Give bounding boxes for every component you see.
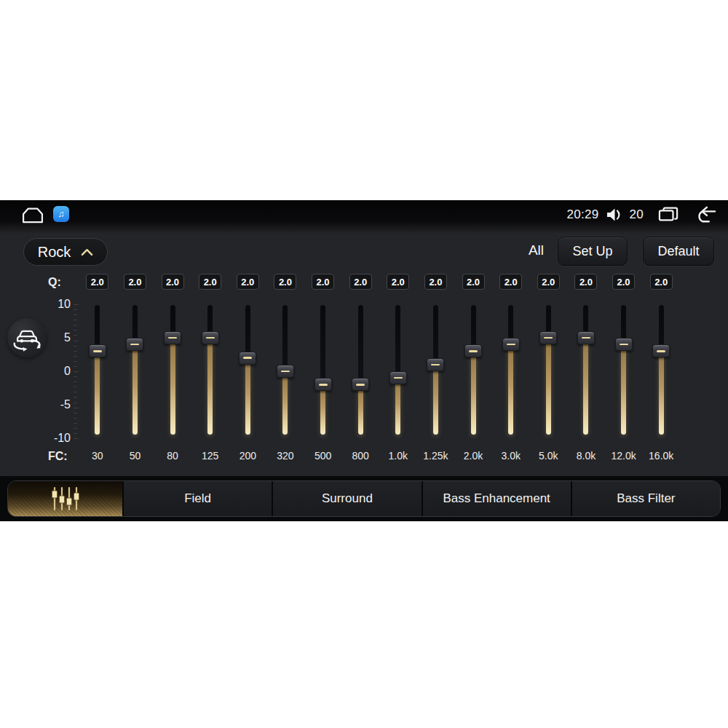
slider-fill-320 <box>282 371 288 435</box>
q-value-row: 2.02.02.02.02.02.02.02.02.02.02.02.02.02… <box>79 273 680 290</box>
slider-handle-dash <box>93 350 102 352</box>
fc-row-label: FC: <box>48 450 68 463</box>
q-value-16.0k[interactable]: 2.0 <box>650 274 673 290</box>
tab-surround[interactable]: Surround <box>272 481 421 516</box>
q-cell: 2.0 <box>116 273 154 290</box>
q-value-200[interactable]: 2.0 <box>237 274 259 290</box>
q-cell: 2.0 <box>454 273 492 290</box>
q-value-3.0k[interactable]: 2.0 <box>499 274 522 290</box>
slider-handle-5.0k[interactable] <box>539 331 557 344</box>
clock: 20:29 <box>566 207 598 222</box>
axis-tick <box>74 366 77 367</box>
tab-bass-filter[interactable]: Bass Filter <box>571 481 720 516</box>
q-cell: 2.0 <box>341 273 379 290</box>
equalizer-icon <box>49 486 82 512</box>
slider-handle-800[interactable] <box>352 378 369 391</box>
slider-handle-12.0k[interactable] <box>615 338 633 351</box>
slider-handle-500[interactable] <box>314 378 332 391</box>
slider-fill-50 <box>132 344 138 435</box>
tab-label-bass-filter: Bass Filter <box>617 491 675 506</box>
q-value-30[interactable]: 2.0 <box>86 274 108 290</box>
tab-label-field: Field <box>184 491 211 506</box>
q-cell: 2.0 <box>191 273 229 290</box>
slider-handle-1.0k[interactable] <box>389 371 407 384</box>
slider-handle-1.25k[interactable] <box>427 358 444 371</box>
eq-band-16.0k <box>642 302 680 444</box>
axis-label--5: -5 <box>41 398 71 411</box>
tab-bass-enhancement[interactable]: Bass Enhancement <box>422 481 571 516</box>
slider-handle-125[interactable] <box>202 331 219 344</box>
tab-eq[interactable] <box>8 481 122 516</box>
slider-handle-dash <box>507 344 515 346</box>
fc-value-3.0k: 3.0k <box>492 448 530 463</box>
q-value-5.0k[interactable]: 2.0 <box>537 274 560 290</box>
slider-handle-16.0k[interactable] <box>652 344 670 357</box>
axis-tick <box>74 330 77 331</box>
axis-tick <box>74 376 77 377</box>
slider-fill-125 <box>207 338 213 435</box>
default-button[interactable]: Default <box>643 237 714 266</box>
q-value-320[interactable]: 2.0 <box>274 274 296 290</box>
recents-icon[interactable] <box>657 205 680 224</box>
fc-value-200: 200 <box>229 448 267 463</box>
status-bar: ♫ 20:29 20 <box>0 200 728 234</box>
axis-tick <box>74 403 77 403</box>
axis-tick <box>74 392 77 392</box>
fc-value-row: 3050801252003205008001.0k1.25k2.0k3.0k5.… <box>79 448 680 463</box>
q-value-8.0k[interactable]: 2.0 <box>574 274 597 290</box>
back-icon[interactable] <box>695 205 718 224</box>
axis-tick <box>74 418 77 419</box>
axis-tick <box>74 433 77 434</box>
fc-value-320: 320 <box>266 448 304 463</box>
slider-fill-30 <box>95 351 100 435</box>
slider-handle-3.0k[interactable] <box>502 338 520 351</box>
axis-tick <box>74 438 79 439</box>
eq-band-12.0k <box>605 302 643 444</box>
slider-handle-50[interactable] <box>126 338 143 351</box>
bottom-strip: FieldSurroundBass EnhancementBass Filter <box>0 476 728 521</box>
axis-tick <box>74 351 77 352</box>
slider-handle-2.0k[interactable] <box>464 344 482 357</box>
home-icon[interactable] <box>19 205 47 224</box>
slider-handle-dash <box>657 350 665 352</box>
q-cell: 2.0 <box>154 273 191 290</box>
volume-icon <box>606 207 622 223</box>
slider-handle-80[interactable] <box>164 331 181 344</box>
preset-dropdown[interactable]: Rock <box>23 238 108 266</box>
q-value-800[interactable]: 2.0 <box>349 274 372 290</box>
fc-value-5.0k: 5.0k <box>530 448 568 463</box>
q-value-12.0k[interactable]: 2.0 <box>612 274 635 290</box>
car-sound-position-button[interactable] <box>7 318 47 357</box>
q-value-1.25k[interactable]: 2.0 <box>424 274 447 290</box>
axis-tick <box>74 361 77 362</box>
slider-handle-320[interactable] <box>277 365 294 378</box>
axis-tick <box>74 325 77 325</box>
status-right-cluster: 20:29 20 <box>566 204 718 226</box>
set-up-button[interactable]: Set Up <box>558 237 628 266</box>
q-cell: 2.0 <box>266 273 304 290</box>
tab-field[interactable]: Field <box>122 481 272 516</box>
tab-bar: FieldSurroundBass EnhancementBass Filter <box>7 480 721 517</box>
slider-handle-30[interactable] <box>89 344 106 357</box>
slider-handle-8.0k[interactable] <box>577 331 595 344</box>
slider-handle-200[interactable] <box>239 352 256 365</box>
q-value-1.0k[interactable]: 2.0 <box>387 274 409 290</box>
q-cell: 2.0 <box>530 273 568 290</box>
q-value-50[interactable]: 2.0 <box>124 274 146 290</box>
axis-tick <box>74 304 79 305</box>
preset-label: Rock <box>38 244 71 261</box>
q-value-125[interactable]: 2.0 <box>199 274 221 290</box>
axis-tick <box>74 381 77 382</box>
eq-sliders <box>79 302 680 444</box>
all-button[interactable]: All <box>529 242 544 258</box>
q-value-80[interactable]: 2.0 <box>162 274 184 290</box>
eq-band-50 <box>116 302 154 444</box>
q-value-500[interactable]: 2.0 <box>312 274 334 290</box>
tab-label-bass-enhancement: Bass Enhancement <box>443 491 550 506</box>
fc-value-800: 800 <box>341 448 379 463</box>
axis-tick <box>74 408 79 408</box>
eq-band-3.0k <box>492 302 530 444</box>
eq-app-icon[interactable]: ♫ <box>53 206 69 222</box>
q-value-2.0k[interactable]: 2.0 <box>462 274 485 290</box>
slider-handle-dash <box>394 377 403 379</box>
